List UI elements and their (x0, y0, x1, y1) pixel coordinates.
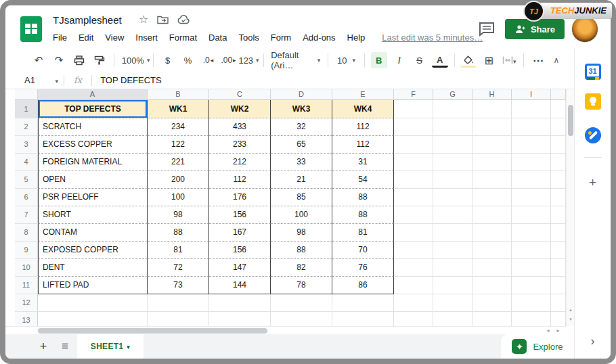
menu-edit[interactable]: Edit (79, 32, 93, 43)
cell-I10[interactable] (512, 259, 551, 277)
cell-partial-9[interactable] (551, 242, 566, 259)
menu-insert[interactable]: Insert (135, 32, 158, 43)
horizontal-scrollbar[interactable]: ◂ ▸ (5, 326, 566, 334)
vertical-scrollbar[interactable]: ▲ ▼ (566, 89, 574, 326)
cell-A1[interactable]: TOP DEFECTS (38, 100, 148, 118)
cell-E10[interactable]: 76 (332, 259, 394, 277)
cell-D6[interactable]: 85 (271, 189, 332, 206)
cell-D2[interactable]: 32 (271, 118, 332, 136)
cell-G9[interactable] (433, 242, 472, 259)
row-header-2[interactable]: 2 (15, 118, 38, 136)
cell-I11[interactable] (512, 277, 551, 294)
cell-B4[interactable]: 221 (148, 154, 209, 171)
cell-B1[interactable]: WK1 (148, 100, 209, 118)
menu-add-ons[interactable]: Add-ons (303, 32, 335, 43)
row-header-7[interactable]: 7 (15, 206, 38, 224)
cell-G13[interactable] (433, 312, 472, 326)
cell-F8[interactable] (394, 224, 433, 242)
cell-C12[interactable] (209, 294, 271, 312)
cell-E8[interactable]: 81 (332, 224, 394, 242)
horizontal-scrollbar-thumb[interactable] (38, 328, 267, 334)
decrease-decimal-button[interactable]: .0◂ (200, 52, 217, 68)
cell-A8[interactable]: CONTAM (38, 224, 148, 242)
cell-E6[interactable]: 88 (332, 189, 394, 206)
cell-E12[interactable] (332, 294, 394, 312)
grid-corner-button[interactable] (15, 89, 38, 100)
column-header-C[interactable]: C (209, 89, 271, 100)
cell-H2[interactable] (472, 118, 512, 136)
cell-partial-7[interactable] (551, 206, 566, 224)
cell-I13[interactable] (512, 312, 551, 326)
strikethrough-button[interactable]: S (412, 52, 428, 68)
cell-F3[interactable] (394, 136, 433, 154)
cloud-status-icon[interactable] (177, 15, 190, 24)
bold-button[interactable]: B (371, 52, 387, 68)
cell-E4[interactable]: 31 (332, 154, 394, 171)
menu-help[interactable]: Help (347, 32, 366, 43)
cell-C6[interactable]: 176 (209, 189, 271, 206)
cell-D9[interactable]: 88 (271, 242, 332, 259)
cell-B13[interactable] (148, 312, 209, 326)
cell-partial-4[interactable] (551, 154, 566, 171)
cell-D3[interactable]: 65 (271, 136, 332, 154)
cell-B10[interactable]: 72 (148, 259, 209, 277)
borders-button[interactable]: ⊞ (481, 52, 497, 68)
cell-B6[interactable]: 100 (148, 189, 209, 206)
cell-A2[interactable]: SCRATCH (38, 118, 148, 136)
cell-E1[interactable]: WK4 (332, 100, 394, 118)
cell-D13[interactable] (271, 312, 332, 326)
cell-H7[interactable] (472, 206, 512, 224)
cell-G6[interactable] (433, 189, 472, 206)
menu-tools[interactable]: Tools (238, 32, 259, 43)
print-icon[interactable] (71, 52, 87, 68)
row-header-13[interactable]: 13 (15, 312, 38, 326)
cell-D1[interactable]: WK3 (271, 100, 332, 118)
cell-D8[interactable]: 98 (271, 224, 332, 242)
cell-A10[interactable]: DENT (38, 259, 148, 277)
column-header-D[interactable]: D (271, 89, 332, 100)
text-color-button[interactable]: A (432, 54, 448, 68)
menu-format[interactable]: Format (169, 32, 197, 43)
font-select[interactable]: Default (Ari… (269, 52, 322, 68)
cell-H1[interactable] (472, 100, 512, 118)
expand-side-panel-icon[interactable]: › (585, 333, 601, 349)
sheets-logo-icon[interactable] (20, 16, 42, 42)
vertical-scrollbar-thumb[interactable] (568, 105, 573, 136)
cell-C7[interactable]: 156 (209, 206, 271, 224)
row-header-9[interactable]: 9 (15, 242, 38, 259)
cell-A12[interactable] (38, 294, 148, 312)
row-header-1[interactable]: 1 (15, 100, 38, 118)
cell-G2[interactable] (433, 118, 472, 136)
google-keep-icon[interactable] (585, 93, 601, 110)
cell-partial-13[interactable] (551, 312, 566, 326)
cell-I9[interactable] (512, 242, 551, 259)
cell-H13[interactable] (472, 312, 512, 326)
more-toolbar-icon[interactable]: ⋯ (530, 52, 546, 68)
cell-I12[interactable] (512, 294, 551, 312)
star-icon[interactable]: ☆ (139, 14, 148, 26)
cell-E3[interactable]: 112 (332, 136, 394, 154)
row-header-12[interactable]: 12 (15, 294, 38, 312)
cell-C2[interactable]: 433 (209, 118, 271, 136)
cell-F1[interactable] (394, 100, 433, 118)
zoom-select[interactable]: 100% (120, 52, 147, 68)
cell-A9[interactable]: EXPOSED COPPER (38, 242, 148, 259)
row-header-8[interactable]: 8 (15, 224, 38, 242)
row-header-3[interactable]: 3 (15, 136, 38, 154)
column-header-H[interactable]: H (472, 89, 512, 100)
cell-I3[interactable] (512, 136, 551, 154)
column-header-partial[interactable] (551, 89, 566, 100)
column-header-B[interactable]: B (148, 89, 209, 100)
cell-partial-2[interactable] (551, 118, 566, 136)
cell-F9[interactable] (394, 242, 433, 259)
cell-F10[interactable] (394, 259, 433, 277)
cell-C5[interactable]: 112 (209, 171, 271, 189)
scroll-right-icon[interactable]: ▸ (554, 327, 563, 334)
cell-partial-12[interactable] (551, 294, 566, 312)
sheet-tab-sheet1[interactable]: SHEET1 (77, 334, 144, 359)
cell-F2[interactable] (394, 118, 433, 136)
redo-icon[interactable]: ↷ (51, 52, 67, 68)
cell-E5[interactable]: 54 (332, 171, 394, 189)
cell-B5[interactable]: 200 (148, 171, 209, 189)
column-header-I[interactable]: I (512, 89, 551, 100)
